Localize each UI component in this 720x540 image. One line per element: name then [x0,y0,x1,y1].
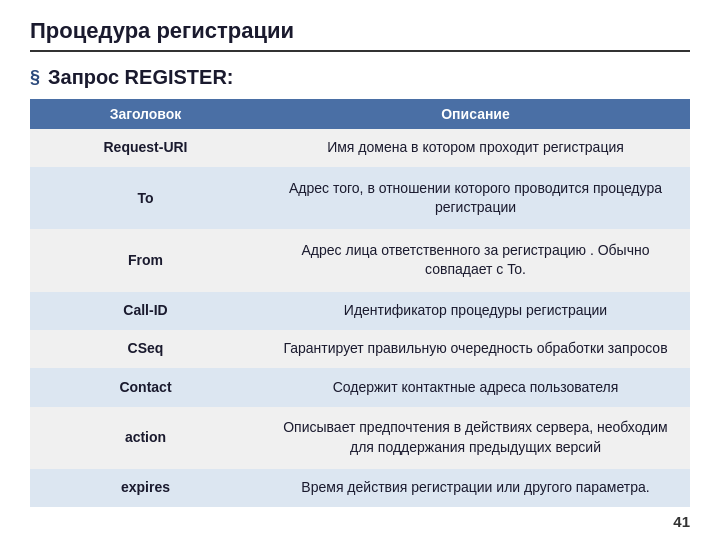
row-header-3: Call-ID [30,292,261,330]
table-header-row: Заголовок Описание [30,99,690,129]
table-row: Request-URIИмя домена в котором проходит… [30,129,690,167]
page-number: 41 [30,513,690,530]
row-header-6: action [30,407,261,469]
page: Процедура регистрации § Запрос REGISTER:… [0,0,720,540]
row-header-4: CSeq [30,330,261,368]
register-table: Заголовок Описание Request-URIИмя домена… [30,99,690,507]
row-header-7: expires [30,469,261,507]
table-row: CSeqГарантирует правильную очередность о… [30,330,690,368]
row-description-4: Гарантирует правильную очередность обраб… [261,330,690,368]
row-description-5: Содержит контактные адреса пользователя [261,368,690,406]
row-header-1: To [30,167,261,229]
row-description-0: Имя домена в котором проходит регистраци… [261,129,690,167]
row-description-6: Описывает предпочтения в действиях серве… [261,407,690,469]
section-bullet: § [30,67,40,88]
row-header-2: From [30,229,261,291]
table-row: expiresВремя действия регистрации или др… [30,469,690,507]
table-row: FromАдрес лица ответственного за регистр… [30,229,690,291]
col-header-description: Описание [261,99,690,129]
table-row: actionОписывает предпочтения в действиях… [30,407,690,469]
row-description-3: Идентификатор процедуры регистрации [261,292,690,330]
table-row: Call-IDИдентификатор процедуры регистрац… [30,292,690,330]
section-heading: § Запрос REGISTER: [30,66,690,89]
row-description-1: Адрес того, в отношении которого проводи… [261,167,690,229]
row-description-7: Время действия регистрации или другого п… [261,469,690,507]
row-header-0: Request-URI [30,129,261,167]
table-row: ContactСодержит контактные адреса пользо… [30,368,690,406]
section-title: Запрос REGISTER: [48,66,233,89]
table-row: ToАдрес того, в отношении которого прово… [30,167,690,229]
col-header-header: Заголовок [30,99,261,129]
row-description-2: Адрес лица ответственного за регистрацию… [261,229,690,291]
row-header-5: Contact [30,368,261,406]
main-title: Процедура регистрации [30,18,690,52]
